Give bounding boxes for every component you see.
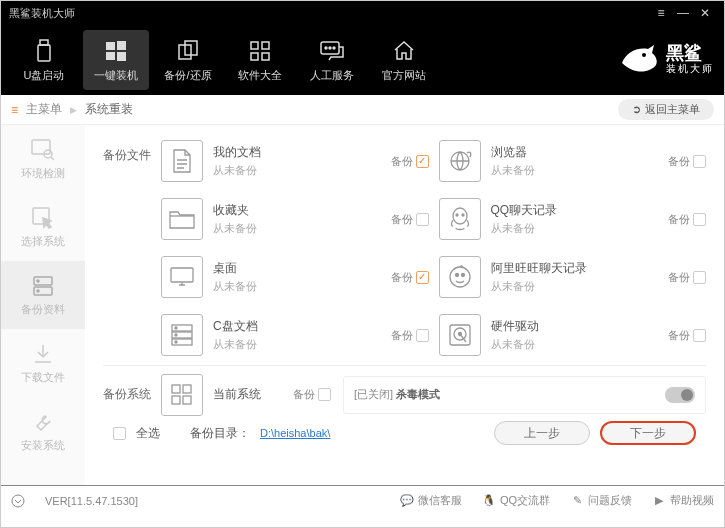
- svg-point-29: [450, 267, 470, 287]
- checkbox-browser[interactable]: [693, 155, 706, 168]
- windows-icon: [103, 38, 129, 64]
- backup-system-section: 备份系统 当前系统 备份 [已关闭] 杀毒模式: [103, 365, 706, 417]
- checkbox-qq[interactable]: [693, 213, 706, 226]
- checkbox-system[interactable]: [318, 388, 331, 401]
- minimize-icon[interactable]: —: [672, 6, 694, 20]
- hdd-icon: [439, 314, 481, 356]
- svg-point-22: [37, 280, 39, 282]
- svg-point-27: [462, 214, 464, 216]
- content-panel: 备份文件 我的文档从未备份 备份 浏览器从未备份 备份 收藏夹从未备份 备份: [85, 125, 724, 485]
- svg-rect-9: [262, 42, 269, 49]
- svg-point-16: [642, 53, 646, 57]
- svg-point-45: [12, 495, 24, 507]
- version-label: VER[11.5.47.1530]: [45, 495, 138, 507]
- download-icon: [31, 342, 55, 366]
- grid-icon: [247, 38, 273, 64]
- qq-icon: [439, 198, 481, 240]
- svg-point-35: [175, 327, 177, 329]
- svg-point-15: [333, 47, 335, 49]
- sidebar-choose-system[interactable]: 选择系统: [1, 193, 85, 261]
- back-arrow-icon: ➲: [632, 103, 641, 116]
- svg-rect-3: [117, 41, 126, 50]
- server-icon: [31, 274, 55, 298]
- usb-icon: [31, 38, 57, 64]
- backup-dir-link[interactable]: D:\heisha\bak\: [260, 427, 330, 439]
- checkbox-aliwang[interactable]: [693, 271, 706, 284]
- item-documents: 我的文档从未备份 备份: [161, 135, 429, 187]
- antivirus-toggle[interactable]: [665, 387, 695, 403]
- sidebar-install[interactable]: 安装系统: [1, 397, 85, 465]
- wechat-icon: 💬: [400, 494, 414, 508]
- svg-point-14: [329, 47, 331, 49]
- item-browser: 浏览器从未备份 备份: [439, 135, 707, 187]
- svg-point-13: [325, 47, 327, 49]
- nav-software[interactable]: 软件大全: [227, 30, 293, 90]
- status-bar: VER[11.5.47.1530] 💬微信客服 🐧QQ交流群 ✎问题反馈 ▶帮助…: [1, 485, 724, 515]
- next-button[interactable]: 下一步: [600, 421, 696, 445]
- nav-backup[interactable]: 备份/还原: [155, 30, 221, 90]
- svg-rect-28: [171, 268, 193, 282]
- svg-rect-44: [183, 396, 191, 404]
- home-icon: [391, 38, 417, 64]
- section-title-files: 备份文件: [103, 135, 161, 164]
- content-footer: 全选 备份目录： D:\heisha\bak\ 上一步 下一步: [103, 417, 706, 449]
- item-cdrive: C盘文档从未备份 备份: [161, 309, 429, 361]
- antivirus-mode-box: [已关闭] 杀毒模式: [343, 376, 706, 414]
- status-qq-group[interactable]: 🐧QQ交流群: [482, 493, 550, 508]
- brand-logo: 黑鲨 装机大师: [616, 41, 714, 79]
- nav-usb[interactable]: U盘启动: [11, 30, 77, 90]
- nav-install[interactable]: 一键装机: [83, 30, 149, 90]
- qq-group-icon: 🐧: [482, 494, 496, 508]
- wrench-icon: [31, 410, 55, 434]
- video-icon: ▶: [652, 494, 666, 508]
- return-button[interactable]: ➲ 返回主菜单: [618, 99, 714, 120]
- ie-icon: [439, 140, 481, 182]
- cursor-icon: [31, 206, 55, 230]
- item-favorites: 收藏夹从未备份 备份: [161, 193, 429, 245]
- checkbox-favorites[interactable]: [416, 213, 429, 226]
- nav-website[interactable]: 官方网站: [371, 30, 437, 90]
- sidebar-env-check[interactable]: 环境检测: [1, 125, 85, 193]
- checkbox-select-all[interactable]: [113, 427, 126, 440]
- chevron-right-icon: ▶: [70, 105, 77, 115]
- checkbox-documents[interactable]: [416, 155, 429, 168]
- aliwang-icon: [439, 256, 481, 298]
- item-drivers: 硬件驱动从未备份 备份: [439, 309, 707, 361]
- file-items-grid: 我的文档从未备份 备份 浏览器从未备份 备份 收藏夹从未备份 备份 QQ聊天记录…: [161, 135, 706, 361]
- svg-rect-1: [38, 45, 50, 61]
- svg-rect-8: [251, 42, 258, 49]
- svg-point-25: [453, 208, 467, 224]
- menu-icon[interactable]: ≡: [650, 6, 672, 20]
- svg-point-36: [175, 334, 177, 336]
- section-title-system: 备份系统: [103, 386, 161, 403]
- checkbox-desktop[interactable]: [416, 271, 429, 284]
- prev-button[interactable]: 上一步: [494, 421, 590, 445]
- status-help-video[interactable]: ▶帮助视频: [652, 493, 714, 508]
- sidebar-download[interactable]: 下载文件: [1, 329, 85, 397]
- breadcrumb: ≡ 主菜单 ▶ 系统重装 ➲ 返回主菜单: [1, 95, 724, 125]
- chevron-down-circle-icon[interactable]: [11, 494, 25, 508]
- crumb-home[interactable]: 主菜单: [26, 101, 62, 118]
- status-wechat[interactable]: 💬微信客服: [400, 493, 462, 508]
- sidebar-backup-data[interactable]: 备份资料: [1, 261, 85, 329]
- shark-icon: [616, 41, 660, 79]
- step-sidebar: 环境检测 选择系统 备份资料 下载文件 安装系统: [1, 125, 85, 485]
- svg-rect-4: [106, 52, 115, 60]
- app-title: 黑鲨装机大师: [9, 6, 650, 21]
- checkbox-cdrive[interactable]: [416, 329, 429, 342]
- top-nav: U盘启动 一键装机 备份/还原 软件大全 人工服务 官方网站 黑鲨 装机大师: [1, 25, 724, 95]
- close-icon[interactable]: ✕: [694, 6, 716, 20]
- svg-point-26: [456, 214, 458, 216]
- select-all-label: 全选: [136, 425, 160, 442]
- status-feedback[interactable]: ✎问题反馈: [570, 493, 632, 508]
- svg-rect-5: [117, 52, 126, 61]
- item-desktop: 桌面从未备份 备份: [161, 251, 429, 303]
- svg-rect-41: [172, 385, 180, 393]
- document-icon: [161, 140, 203, 182]
- svg-point-31: [461, 274, 464, 277]
- nav-support[interactable]: 人工服务: [299, 30, 365, 90]
- checkbox-drivers[interactable]: [693, 329, 706, 342]
- svg-rect-42: [183, 385, 191, 393]
- svg-point-37: [175, 341, 177, 343]
- crumb-page: 系统重装: [85, 101, 133, 118]
